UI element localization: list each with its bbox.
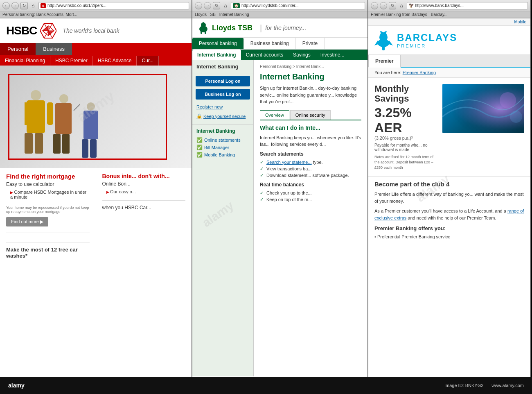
barclays-payable-text: Payable for months whe... no withdrawal … <box>374 143 436 152</box>
barclays-become-section: Become part of the club 4 Premier Life o… <box>368 177 530 244</box>
lloyds-header: Lloyds TSB | for the journey... <box>192 18 367 38</box>
hsbc-nav1: Personal Business <box>0 43 192 55</box>
lloyds-content-tabs: Overview Online security <box>260 110 361 120</box>
lloyds-realtime-1: Check your up to the... <box>260 190 361 196</box>
barclays-savings-promo: Monthly Savings 3.25% AER (3.20% gross p… <box>374 84 436 170</box>
barclays-premier-tab[interactable]: Premier <box>368 55 401 68</box>
svg-rect-21 <box>87 102 95 111</box>
hsbc-when-text: when you HSBC Car... <box>102 205 186 211</box>
hsbc-nav2: Financial Planning HSBC Premier HSBC Adv… <box>0 55 192 66</box>
hsbc-logo-text: HSBC <box>6 24 37 37</box>
bottom-right: Image ID: BNKYG2 www.alamy.com <box>444 383 524 388</box>
lloyds-browser-chrome: ← → ↻ ⌂ 🏠 http://www.lloydstsb.com/inter… <box>192 0 367 18</box>
barclays-promo-image <box>442 84 524 133</box>
lloyds-savings-btn[interactable]: Savings <box>288 50 316 60</box>
lloyds-personal-logon-btn[interactable]: Personal Log on <box>196 76 250 86</box>
lloyds-tab[interactable]: Lloyds TSB - Internet Banking <box>192 11 367 18</box>
barclays-premier-banking-link[interactable]: Premier Banking <box>403 70 436 75</box>
lloyds-mobile-banking-link[interactable]: ✅ Mobile Banking <box>196 151 249 159</box>
hsbc-find-btn[interactable]: Find out more ▶ <box>6 217 48 226</box>
barclays-home-button[interactable]: ⌂ <box>398 2 405 9</box>
lloyds-online-statements-link[interactable]: ✅ Online statements <box>196 136 249 144</box>
hsbc-bonus-title: Bonus inte... don't with... <box>102 173 186 179</box>
lloyds-personal-btn[interactable]: Personal banking <box>192 38 244 49</box>
home-button[interactable]: ⌂ <box>29 2 37 9</box>
lloyds-search-title: Search statements <box>260 151 361 157</box>
lloyds-investments-btn[interactable]: Investme... <box>316 50 349 60</box>
svg-rect-10 <box>27 100 45 133</box>
lloyds-sidebar-title: Internet Banking <box>192 60 253 73</box>
barclays-savings-rate: 3.25% AER <box>374 105 436 136</box>
lloyds-forward-button[interactable]: → <box>204 2 211 9</box>
hsbc-premier-btn[interactable]: HSBC Premier <box>50 56 93 66</box>
svg-rect-14 <box>47 102 53 125</box>
hsbc-browser-chrome: ← → ↻ ⌂ ◈ http://www.hsbc.co.uk/1/2/pers… <box>0 0 192 18</box>
lloyds-watermark: alamy <box>200 199 236 230</box>
hsbc-personal-btn[interactable]: Personal <box>0 43 36 55</box>
svg-rect-18 <box>62 134 70 154</box>
lloyds-bill-manager-text: Bill Manager <box>204 145 229 150</box>
hsbc-cur-btn[interactable]: Cur... <box>137 56 159 66</box>
svg-rect-22 <box>83 111 98 139</box>
barclays-address-bar[interactable]: 🦅 http://www.bank.barclays... <box>407 2 528 9</box>
lloyds-content: Personal banking > Internet Bank... Inte… <box>254 60 367 376</box>
hsbc-tab[interactable]: Personal banking: Bank Accounts, Mort... <box>0 11 192 18</box>
refresh-button[interactable]: ↻ <box>20 2 28 9</box>
lloyds-register-link[interactable]: Register now <box>192 102 253 112</box>
lloyds-address-bar[interactable]: 🏠 http://www.lloydstsb.com/inter... <box>231 2 365 9</box>
barclays-bullet-1: Preferential Premier Banking service <box>374 233 524 240</box>
hsbc-mortgage-disclaimer: Your home may be repossessed if you do n… <box>6 203 90 214</box>
barclays-forward-button[interactable]: → <box>380 2 387 9</box>
barclays-refresh-button[interactable]: ↻ <box>389 2 396 9</box>
lloyds-bill-manager-link[interactable]: ✅ Bill Manager <box>196 144 249 151</box>
hsbc-bonus-bullet: Our easy o... <box>102 189 186 194</box>
lloyds-sidebar-section-title: Internet Banking <box>196 128 249 134</box>
barclays-back-button[interactable]: ← <box>371 2 378 9</box>
lloyds-business-logon-btn[interactable]: Business Log on <box>196 89 250 100</box>
hsbc-mortgage-title: Find the right mortgage <box>6 173 90 180</box>
lloyds-internet-banking-btn[interactable]: Internet Banking <box>192 50 241 60</box>
svg-rect-12 <box>35 133 43 154</box>
hsbc-advance-btn[interactable]: HSBC Advance <box>93 56 137 66</box>
barclays-brand-text: BARCLAYS <box>397 32 457 43</box>
lloyds-overview-tab[interactable]: Overview <box>260 110 289 120</box>
svg-rect-15 <box>59 94 68 103</box>
barclays-you-are-here-label: You are here: <box>374 70 403 75</box>
hsbc-address-bar[interactable]: ◈ http://www.hsbc.co.uk/1/2/pers... <box>38 2 189 9</box>
back-button[interactable]: ← <box>2 2 10 9</box>
hsbc-body: HSBC The world's l <box>0 18 192 377</box>
hsbc-col1: Find the right mortgage Easy to use calc… <box>0 168 96 264</box>
barclays-offers-title: Premier Banking offers you: <box>374 225 524 231</box>
lloyds-panel: ← → ↻ ⌂ 🏠 http://www.lloydstsb.com/inter… <box>192 0 368 377</box>
lloyds-check-2: View transactions ba... <box>260 165 361 172</box>
barclays-mobile-bar: Mobile <box>368 18 530 26</box>
barclays-exclusive-link[interactable]: range of exclusive extras <box>374 208 524 220</box>
hsbc-toolbar: ← → ↻ ⌂ ◈ http://www.hsbc.co.uk/1/2/pers… <box>0 0 192 11</box>
alamy-url: www.alamy.com <box>491 383 524 388</box>
image-id: Image ID: BNKYG2 <box>444 383 483 388</box>
lloyds-home-button[interactable]: ⌂ <box>222 2 229 9</box>
hsbc-financial-btn[interactable]: Financial Planning <box>0 56 50 66</box>
lloyds-breadcrumb: Personal banking > Internet Bank... <box>260 64 361 69</box>
barclays-eagle-icon <box>374 30 393 50</box>
lloyds-secure-link[interactable]: 🔒 Keep yourself secure <box>192 112 253 120</box>
lloyds-intro-text: Sign up for Internet Bankin... day-to-da… <box>260 85 361 105</box>
lloyds-private-btn[interactable]: Private <box>296 38 325 49</box>
barclays-brand-area: BARCLAYS PREMIER <box>397 32 457 48</box>
barclays-tab[interactable]: Premier Banking from Barclays - Barclay.… <box>368 11 530 18</box>
lloyds-realtime-2: Keep on top of the m... <box>260 196 361 203</box>
hsbc-mortgage-bullet: Compare HSBC Mortgages in under a minute <box>6 190 90 199</box>
hsbc-panel: ← → ↻ ⌂ ◈ http://www.hsbc.co.uk/1/2/pers… <box>0 0 192 377</box>
barclays-savings-title: Monthly Savings <box>374 84 436 104</box>
lloyds-main: Internet Banking Personal Log on Busines… <box>192 60 367 376</box>
svg-rect-37 <box>382 46 385 50</box>
lloyds-back-button[interactable]: ← <box>195 2 202 9</box>
lloyds-current-accounts-btn[interactable]: Current accounts <box>241 50 288 60</box>
lloyds-refresh-button[interactable]: ↻ <box>213 2 220 9</box>
lloyds-security-tab[interactable]: Online security <box>290 110 331 120</box>
hsbc-business-btn[interactable]: Business <box>36 43 72 55</box>
forward-button[interactable]: → <box>11 2 19 9</box>
lloyds-business-btn[interactable]: Business banking <box>244 38 296 49</box>
lloyds-search-statements-link[interactable]: Search your stateme... <box>266 160 312 165</box>
hsbc-logo-area: HSBC <box>6 23 56 39</box>
